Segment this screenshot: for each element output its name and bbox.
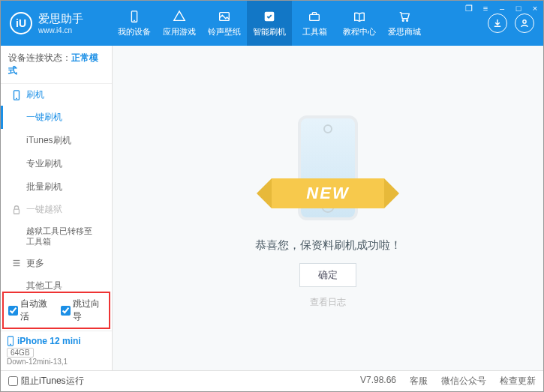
body: 设备连接状态：正常模式 刷机 一键刷机 iTunes刷机 专业刷机 批量刷机 一… <box>1 46 543 370</box>
app-name: 爱思助手 <box>38 12 83 26</box>
cbx-skip-guide[interactable]: 跳过向导 <box>61 298 104 323</box>
nav-toolbox[interactable]: 工具箱 <box>292 1 337 46</box>
customer-service-link[interactable]: 客服 <box>410 375 428 388</box>
more-icon <box>11 258 22 268</box>
app-url: www.i4.cn <box>38 26 83 34</box>
svg-rect-4 <box>310 14 320 20</box>
nav-store[interactable]: 爱思商城 <box>382 1 427 46</box>
nav-apps[interactable]: 应用游戏 <box>157 1 202 46</box>
close-button[interactable]: × <box>527 4 543 13</box>
header-right <box>488 13 543 33</box>
device-firmware: Down-12mini-13,1 <box>7 358 106 366</box>
mi-pro-flash[interactable]: 专业刷机 <box>1 152 112 175</box>
top-nav: 我的设备 应用游戏 铃声壁纸 智能刷机 工具箱 教程中心 爱思商城 <box>112 1 488 46</box>
mi-other-tools[interactable]: 其他工具 <box>1 274 112 290</box>
device-capacity: 64GB <box>7 348 34 358</box>
apps-icon <box>172 10 187 23</box>
device-icon <box>127 10 142 23</box>
minimize-button[interactable]: – <box>494 4 510 13</box>
nav-device[interactable]: 我的设备 <box>112 1 157 46</box>
phone-icon <box>7 336 14 346</box>
sidebar-menu: 刷机 一键刷机 iTunes刷机 专业刷机 批量刷机 一键越狱 越狱工具已转移至… <box>1 84 112 290</box>
title-bar: ❐ ≡ – □ × iU 爱思助手 www.i4.cn 我的设备 应用游戏 铃声… <box>1 1 543 46</box>
connection-status: 设备连接状态：正常模式 <box>1 46 112 84</box>
mi-itunes-flash[interactable]: iTunes刷机 <box>1 129 112 152</box>
book-icon <box>352 10 367 23</box>
svg-rect-11 <box>14 209 20 214</box>
group-more[interactable]: 更多 <box>1 253 112 274</box>
group-flash[interactable]: 刷机 <box>1 84 112 106</box>
version-label: V7.98.66 <box>360 375 396 388</box>
cart-icon <box>397 10 412 23</box>
svg-point-7 <box>407 19 408 21</box>
user-icon <box>519 18 530 28</box>
mi-jb-note: 越狱工具已转移至 工具箱 <box>1 220 112 253</box>
wallpaper-icon <box>217 10 232 23</box>
check-update-link[interactable]: 检查更新 <box>500 375 536 388</box>
svg-point-8 <box>523 20 526 23</box>
status-bar-footer: 阻止iTunes运行 V7.98.66 客服 微信公众号 检查更新 <box>1 370 543 391</box>
app-window: ❐ ≡ – □ × iU 爱思助手 www.i4.cn 我的设备 应用游戏 铃声… <box>0 0 544 392</box>
new-banner: NEW <box>272 178 384 208</box>
nav-ringtones[interactable]: 铃声壁纸 <box>202 1 247 46</box>
download-icon <box>492 18 503 28</box>
view-log-link[interactable]: 查看日志 <box>310 296 346 309</box>
device-panel[interactable]: iPhone 12 mini 64GB Down-12mini-13,1 <box>1 331 112 370</box>
window-controls: ❐ ≡ – □ × <box>461 1 543 16</box>
wechat-link[interactable]: 微信公众号 <box>441 375 486 388</box>
sidebar: 设备连接状态：正常模式 刷机 一键刷机 iTunes刷机 专业刷机 批量刷机 一… <box>1 46 113 370</box>
app-logo-icon: iU <box>10 12 32 34</box>
logo-area: iU 爱思助手 www.i4.cn <box>1 12 112 34</box>
svg-point-6 <box>402 19 404 21</box>
flash-options: 自动激活 跳过向导 <box>2 292 110 329</box>
success-illustration: NEW <box>260 108 395 228</box>
phone-icon <box>11 90 22 100</box>
cbx-block-itunes[interactable]: 阻止iTunes运行 <box>8 375 84 388</box>
device-name: iPhone 12 mini <box>7 336 106 346</box>
maximize-button[interactable]: □ <box>510 4 527 13</box>
mi-batch-flash[interactable]: 批量刷机 <box>1 175 112 199</box>
menu-button[interactable]: ≡ <box>477 4 494 13</box>
nav-flash[interactable]: 智能刷机 <box>247 1 292 46</box>
toolbox-icon <box>307 10 322 23</box>
nav-tutorials[interactable]: 教程中心 <box>337 1 382 46</box>
ok-button[interactable]: 确定 <box>299 263 356 287</box>
cbx-auto-activate[interactable]: 自动激活 <box>8 298 52 323</box>
user-button[interactable] <box>515 13 534 33</box>
group-jailbreak: 一键越狱 <box>1 199 112 220</box>
flash-icon <box>262 10 277 23</box>
mi-oneclick-flash[interactable]: 一键刷机 <box>1 106 112 129</box>
skin-button[interactable]: ❐ <box>461 4 477 13</box>
lock-icon <box>11 205 22 215</box>
success-message: 恭喜您，保资料刷机成功啦！ <box>255 238 401 253</box>
main-pane: NEW 恭喜您，保资料刷机成功啦！ 确定 查看日志 <box>113 46 543 370</box>
download-button[interactable] <box>488 13 507 33</box>
